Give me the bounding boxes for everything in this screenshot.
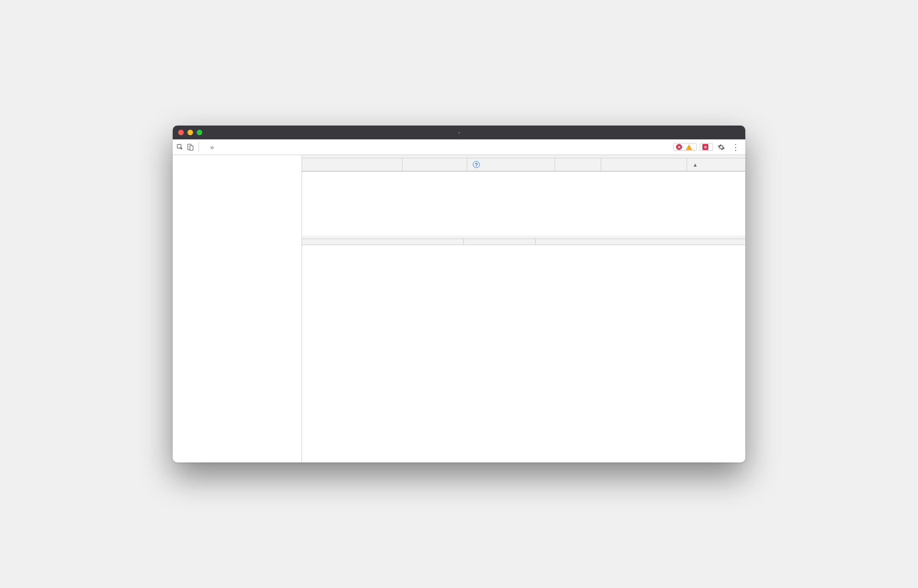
report-detail-view <box>302 171 745 236</box>
devtools-toolbar: » ✕ ✕ ⋮ <box>173 139 745 155</box>
close-button[interactable] <box>178 130 184 135</box>
device-icon[interactable] <box>187 144 194 151</box>
overflow-tabs-icon[interactable]: » <box>206 143 217 151</box>
endpoints-table-header <box>302 239 745 245</box>
sort-asc-icon: ▲ <box>693 162 698 168</box>
content: ? ▲ <box>173 155 745 462</box>
th-endpoint-url[interactable] <box>536 239 745 245</box>
gear-icon[interactable] <box>718 144 725 151</box>
application-sidebar <box>173 155 302 462</box>
svg-rect-2 <box>190 145 193 150</box>
issues-badge[interactable]: ✕ <box>700 143 713 151</box>
th-url[interactable] <box>302 158 403 171</box>
th-name[interactable] <box>464 239 536 245</box>
warning-icon <box>686 144 692 150</box>
th-type[interactable] <box>403 158 467 171</box>
inspect-icon[interactable] <box>176 144 184 151</box>
main-panel: ? ▲ <box>302 155 745 462</box>
reports-heading <box>302 155 745 158</box>
titlebar: - <box>173 126 745 139</box>
separator <box>199 143 199 152</box>
th-origin[interactable] <box>302 239 464 245</box>
window-controls <box>178 130 202 135</box>
endpoints-heading <box>302 236 745 239</box>
th-destination[interactable] <box>555 158 601 171</box>
th-generated[interactable] <box>601 158 687 171</box>
window-title: - <box>458 129 460 136</box>
th-body[interactable]: ▲ <box>687 158 745 171</box>
th-status[interactable]: ? <box>467 158 555 171</box>
help-icon[interactable]: ? <box>473 161 480 168</box>
reports-table-header: ? ▲ <box>302 158 745 171</box>
error-icon: ✕ <box>676 144 682 150</box>
issue-icon: ✕ <box>702 144 708 150</box>
console-status-badge[interactable]: ✕ <box>673 143 697 151</box>
kebab-icon[interactable]: ⋮ <box>730 142 742 152</box>
window: - » ✕ ✕ ⋮ <box>173 126 745 462</box>
zoom-button[interactable] <box>197 130 202 135</box>
minimize-button[interactable] <box>187 130 193 135</box>
